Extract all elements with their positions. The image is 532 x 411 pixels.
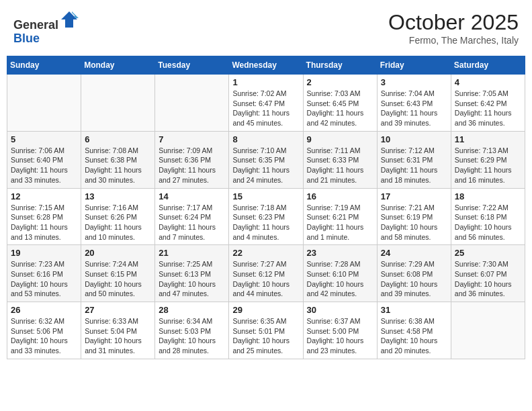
- day-number: 31: [381, 305, 447, 315]
- weekday-header-row: SundayMondayTuesdayWednesdayThursdayFrid…: [7, 56, 525, 75]
- calendar-cell: 7Sunrise: 7:09 AM Sunset: 6:36 PM Daylig…: [155, 131, 229, 188]
- calendar-cell: 17Sunrise: 7:21 AM Sunset: 6:19 PM Dayli…: [377, 188, 451, 245]
- day-number: 12: [11, 191, 77, 201]
- weekday-header: Wednesday: [229, 56, 303, 75]
- day-info: Sunrise: 7:13 AM Sunset: 6:29 PM Dayligh…: [455, 146, 521, 185]
- weekday-header: Sunday: [7, 56, 81, 75]
- weekday-header: Friday: [377, 56, 451, 75]
- day-info: Sunrise: 7:16 AM Sunset: 6:26 PM Dayligh…: [85, 203, 151, 242]
- day-info: Sunrise: 6:35 AM Sunset: 5:01 PM Dayligh…: [232, 316, 299, 356]
- calendar-cell: 30Sunrise: 6:37 AM Sunset: 5:00 PM Dayli…: [303, 302, 377, 359]
- day-info: Sunrise: 7:24 AM Sunset: 6:15 PM Dayligh…: [85, 259, 151, 299]
- day-number: 6: [85, 134, 151, 144]
- day-info: Sunrise: 7:05 AM Sunset: 6:42 PM Dayligh…: [455, 89, 521, 128]
- calendar-cell: 5Sunrise: 7:06 AM Sunset: 6:40 PM Daylig…: [7, 131, 81, 188]
- calendar-cell: [7, 75, 81, 132]
- day-number: 9: [307, 134, 373, 144]
- calendar-cell: [81, 75, 155, 132]
- logo-icon: [60, 10, 79, 29]
- day-info: Sunrise: 7:06 AM Sunset: 6:40 PM Dayligh…: [11, 146, 77, 185]
- day-info: Sunrise: 7:22 AM Sunset: 6:18 PM Dayligh…: [455, 203, 521, 242]
- calendar-cell: 26Sunrise: 6:32 AM Sunset: 5:06 PM Dayli…: [7, 302, 81, 359]
- day-info: Sunrise: 7:29 AM Sunset: 6:08 PM Dayligh…: [381, 259, 447, 299]
- day-number: 4: [455, 77, 521, 87]
- day-number: 13: [85, 191, 151, 201]
- day-info: Sunrise: 7:11 AM Sunset: 6:33 PM Dayligh…: [307, 146, 373, 185]
- calendar-cell: 27Sunrise: 6:33 AM Sunset: 5:04 PM Dayli…: [81, 302, 155, 359]
- day-info: Sunrise: 6:37 AM Sunset: 5:00 PM Dayligh…: [307, 316, 373, 356]
- day-number: 28: [159, 305, 225, 315]
- calendar-cell: 6Sunrise: 7:08 AM Sunset: 6:38 PM Daylig…: [81, 131, 155, 188]
- day-number: 14: [159, 191, 225, 201]
- logo: General Blue: [13, 10, 79, 46]
- calendar-cell: 28Sunrise: 6:34 AM Sunset: 5:03 PM Dayli…: [155, 302, 229, 359]
- calendar-week-row: 26Sunrise: 6:32 AM Sunset: 5:06 PM Dayli…: [7, 302, 525, 359]
- day-number: 8: [232, 134, 299, 144]
- calendar-cell: 2Sunrise: 7:03 AM Sunset: 6:45 PM Daylig…: [303, 75, 377, 132]
- calendar-cell: 4Sunrise: 7:05 AM Sunset: 6:42 PM Daylig…: [451, 75, 525, 132]
- day-info: Sunrise: 6:34 AM Sunset: 5:03 PM Dayligh…: [159, 316, 225, 356]
- day-info: Sunrise: 7:02 AM Sunset: 6:47 PM Dayligh…: [232, 89, 299, 128]
- location: Fermo, The Marches, Italy: [388, 35, 519, 46]
- day-info: Sunrise: 7:21 AM Sunset: 6:19 PM Dayligh…: [381, 203, 447, 242]
- title-block: October 2025 Fermo, The Marches, Italy: [388, 10, 519, 46]
- day-info: Sunrise: 7:17 AM Sunset: 6:24 PM Dayligh…: [159, 203, 225, 242]
- day-number: 30: [307, 305, 373, 315]
- day-info: Sunrise: 7:18 AM Sunset: 6:23 PM Dayligh…: [232, 203, 299, 242]
- calendar-table: SundayMondayTuesdayWednesdayThursdayFrid…: [7, 56, 525, 359]
- calendar-week-row: 1Sunrise: 7:02 AM Sunset: 6:47 PM Daylig…: [7, 75, 525, 132]
- calendar-cell: [451, 302, 525, 359]
- month-title: October 2025: [388, 10, 519, 35]
- day-info: Sunrise: 7:08 AM Sunset: 6:38 PM Dayligh…: [85, 146, 151, 185]
- day-number: 23: [307, 248, 373, 258]
- weekday-header: Thursday: [303, 56, 377, 75]
- day-info: Sunrise: 7:12 AM Sunset: 6:31 PM Dayligh…: [381, 146, 447, 185]
- day-number: 1: [232, 77, 299, 87]
- day-number: 3: [381, 77, 447, 87]
- calendar-cell: 13Sunrise: 7:16 AM Sunset: 6:26 PM Dayli…: [81, 188, 155, 245]
- calendar-cell: 18Sunrise: 7:22 AM Sunset: 6:18 PM Dayli…: [451, 188, 525, 245]
- calendar-cell: [155, 75, 229, 132]
- day-number: 2: [307, 77, 373, 87]
- day-number: 24: [381, 248, 447, 258]
- calendar-cell: 14Sunrise: 7:17 AM Sunset: 6:24 PM Dayli…: [155, 188, 229, 245]
- calendar-cell: 10Sunrise: 7:12 AM Sunset: 6:31 PM Dayli…: [377, 131, 451, 188]
- day-number: 5: [11, 134, 77, 144]
- calendar-cell: 29Sunrise: 6:35 AM Sunset: 5:01 PM Dayli…: [229, 302, 303, 359]
- day-number: 10: [381, 134, 447, 144]
- day-info: Sunrise: 7:10 AM Sunset: 6:35 PM Dayligh…: [232, 146, 299, 185]
- logo-general: General: [13, 18, 58, 32]
- day-number: 27: [85, 305, 151, 315]
- day-info: Sunrise: 7:23 AM Sunset: 6:16 PM Dayligh…: [11, 259, 77, 299]
- day-number: 18: [455, 191, 521, 201]
- calendar-cell: 25Sunrise: 7:30 AM Sunset: 6:07 PM Dayli…: [451, 245, 525, 302]
- calendar-cell: 12Sunrise: 7:15 AM Sunset: 6:28 PM Dayli…: [7, 188, 81, 245]
- day-number: 29: [232, 305, 299, 315]
- day-info: Sunrise: 7:09 AM Sunset: 6:36 PM Dayligh…: [159, 146, 225, 185]
- calendar-cell: 8Sunrise: 7:10 AM Sunset: 6:35 PM Daylig…: [229, 131, 303, 188]
- day-number: 21: [159, 248, 225, 258]
- calendar-cell: 11Sunrise: 7:13 AM Sunset: 6:29 PM Dayli…: [451, 131, 525, 188]
- calendar-cell: 16Sunrise: 7:19 AM Sunset: 6:21 PM Dayli…: [303, 188, 377, 245]
- weekday-header: Monday: [81, 56, 155, 75]
- day-info: Sunrise: 7:27 AM Sunset: 6:12 PM Dayligh…: [232, 259, 299, 299]
- calendar-cell: 15Sunrise: 7:18 AM Sunset: 6:23 PM Dayli…: [229, 188, 303, 245]
- calendar-cell: 23Sunrise: 7:28 AM Sunset: 6:10 PM Dayli…: [303, 245, 377, 302]
- calendar-cell: 9Sunrise: 7:11 AM Sunset: 6:33 PM Daylig…: [303, 131, 377, 188]
- calendar-cell: 24Sunrise: 7:29 AM Sunset: 6:08 PM Dayli…: [377, 245, 451, 302]
- day-number: 15: [232, 191, 299, 201]
- svg-marker-0: [61, 11, 77, 28]
- calendar-cell: 31Sunrise: 6:38 AM Sunset: 4:58 PM Dayli…: [377, 302, 451, 359]
- calendar-cell: 22Sunrise: 7:27 AM Sunset: 6:12 PM Dayli…: [229, 245, 303, 302]
- day-number: 19: [11, 248, 77, 258]
- day-info: Sunrise: 6:38 AM Sunset: 4:58 PM Dayligh…: [381, 316, 447, 356]
- calendar-week-row: 19Sunrise: 7:23 AM Sunset: 6:16 PM Dayli…: [7, 245, 525, 302]
- calendar-cell: 1Sunrise: 7:02 AM Sunset: 6:47 PM Daylig…: [229, 75, 303, 132]
- day-info: Sunrise: 6:33 AM Sunset: 5:04 PM Dayligh…: [85, 316, 151, 356]
- logo-blue: Blue: [13, 32, 40, 45]
- calendar-cell: 21Sunrise: 7:25 AM Sunset: 6:13 PM Dayli…: [155, 245, 229, 302]
- day-info: Sunrise: 7:04 AM Sunset: 6:43 PM Dayligh…: [381, 89, 447, 128]
- weekday-header: Tuesday: [155, 56, 229, 75]
- day-info: Sunrise: 6:32 AM Sunset: 5:06 PM Dayligh…: [11, 316, 77, 356]
- day-info: Sunrise: 7:30 AM Sunset: 6:07 PM Dayligh…: [455, 259, 521, 299]
